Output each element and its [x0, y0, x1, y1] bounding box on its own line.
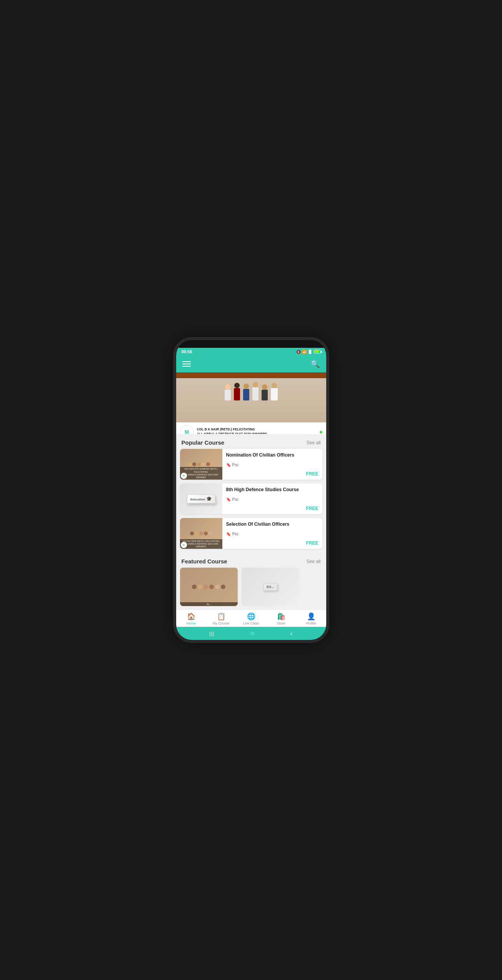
mute-icon: 🔇 — [296, 350, 301, 354]
profile-icon: 👤 — [307, 612, 315, 621]
person-4 — [252, 382, 259, 400]
nav-liveclass-label: Live Class — [243, 621, 259, 625]
wifi-icon: 📶 — [302, 350, 307, 354]
course-info-1: Nomination Of Civilian Officers 🔖 Psc FR… — [222, 449, 322, 480]
nav-mycourse-label: My Course — [213, 621, 230, 625]
edu-person-icon: 🎓 — [206, 496, 212, 502]
banner-ceiling — [176, 372, 326, 378]
tag-label-1: Psc — [232, 463, 239, 467]
menu-button[interactable] — [182, 361, 191, 367]
battery-icon — [314, 350, 321, 354]
course-thumb-1: MAJ GEN KTG NAMBIAR (RETD.) FELICITATING… — [180, 449, 222, 480]
phone-shell: 00:56 🔇 📶 ▐▌ 🔍 — [176, 340, 326, 640]
nav-mycourse[interactable]: 📋 My Course — [206, 612, 236, 625]
android-recents[interactable]: ||| — [209, 631, 214, 636]
nav-profile[interactable]: 👤 Profile — [296, 612, 326, 625]
home-icon: 🏠 — [187, 612, 195, 621]
thumb-image-2: Education 🎓 — [180, 483, 222, 514]
featured-section-header: Featured Course See all — [176, 553, 326, 568]
caption-line-1: COL B K NAIR (RETD.) FELICITATING — [197, 427, 317, 432]
banner-caption: M COL B K NAIR (RETD.) FELICITATING ALL … — [176, 422, 326, 434]
course-tag-2: 🔖 Psc — [226, 497, 319, 502]
status-right: 🔇 📶 ▐▌ — [296, 350, 321, 354]
tag-label-2: Psc — [232, 497, 239, 502]
popular-section-title: Popular Course — [182, 439, 225, 446]
featured-see-all[interactable]: See all — [307, 559, 321, 564]
nav-home[interactable]: 🏠 Home — [176, 612, 206, 625]
popular-see-all[interactable]: See all — [307, 440, 321, 445]
person-1 — [225, 384, 231, 400]
person-5 — [262, 384, 268, 400]
course-title-1: Nomination Of Civilian Officers — [226, 452, 319, 458]
bottom-navigation: 🏠 Home 📋 My Course 🌐 Live Class 🛍️ Store… — [176, 610, 326, 627]
course-tag-1: 🔖 Psc — [226, 463, 319, 467]
mastermind-logo: M — [180, 425, 194, 434]
android-home[interactable]: ○ — [250, 630, 254, 637]
notch — [232, 342, 270, 346]
course-card-3[interactable]: COL B K NAIR (RETD.) FELICITATINGALL KER… — [180, 518, 322, 549]
mycourse-icon: 📋 — [217, 612, 225, 621]
thumb-logo-1: M — [181, 473, 187, 479]
tag-label-3: Psc — [232, 532, 239, 536]
status-time: 00:56 — [182, 349, 192, 354]
notch-area — [176, 340, 326, 348]
people-row — [176, 378, 326, 400]
logo-letter: M — [185, 429, 189, 434]
nav-store[interactable]: 🛍️ Store — [266, 612, 296, 625]
course-price-3: FREE — [226, 540, 319, 546]
menu-line-1 — [182, 361, 191, 362]
featured-card-2[interactable]: Ed... — [242, 568, 299, 606]
nav-liveclass[interactable]: 🌐 Live Class — [236, 612, 266, 625]
status-bar: 00:56 🔇 📶 ▐▌ — [176, 348, 326, 355]
banner-caption-text: COL B K NAIR (RETD.) FELICITATING ALL KE… — [197, 427, 317, 434]
featured-section-title: Featured Course — [182, 558, 227, 565]
course-tag-3: 🔖 Psc — [226, 532, 319, 536]
tag-flag-1: 🔖 — [226, 463, 231, 467]
store-icon: 🛍️ — [277, 612, 285, 621]
thumb-image-3: COL B K NAIR (RETD.) FELICITATINGALL KER… — [180, 518, 222, 549]
signal-bars: ▐▌ — [308, 350, 313, 354]
thumb-image-1: MAJ GEN KTG NAMBIAR (RETD.) FELICITATING… — [180, 449, 222, 480]
course-title-3: Selection Of Civilian Officers — [226, 521, 319, 528]
person-2 — [234, 383, 240, 400]
hero-banner: M COL B K NAIR (RETD.) FELICITATING ALL … — [176, 372, 326, 434]
caption-line-2: ALL KERALA DEFENCE QUIZ 2020 WINNERS — [197, 432, 317, 434]
menu-line-2 — [182, 364, 191, 364]
featured-scroll[interactable]: Ma... Ed... — [176, 568, 326, 610]
course-thumb-2: Education 🎓 — [180, 483, 222, 514]
course-price-2: FREE — [226, 506, 319, 511]
featured-course-section: Featured Course See all — [176, 553, 326, 610]
app-header: 🔍 — [176, 355, 326, 372]
course-card-2[interactable]: Education 🎓 8th High Defence Studies Cou… — [180, 483, 322, 514]
menu-line-3 — [182, 366, 191, 367]
course-info-2: 8th High Defence Studies Course 🔖 Psc FR… — [222, 483, 322, 514]
live-dot — [320, 431, 322, 434]
screen-content: M COL B K NAIR (RETD.) FELICITATING ALL … — [176, 372, 326, 610]
featured-card-1[interactable]: Ma... — [180, 568, 238, 606]
nav-store-label: Store — [277, 621, 285, 625]
person-6 — [271, 383, 278, 400]
tag-flag-2: 🔖 — [226, 497, 231, 502]
search-button[interactable]: 🔍 — [310, 359, 320, 369]
tag-flag-3: 🔖 — [226, 532, 231, 536]
nav-home-label: Home — [186, 621, 195, 625]
banner-scene — [176, 372, 326, 422]
android-navbar: ||| ○ ‹ — [176, 627, 326, 640]
popular-section-header: Popular Course See all — [176, 434, 326, 449]
course-card-1[interactable]: MAJ GEN KTG NAMBIAR (RETD.) FELICITATING… — [180, 449, 322, 480]
course-thumb-3: COL B K NAIR (RETD.) FELICITATINGALL KER… — [180, 518, 222, 549]
android-back[interactable]: ‹ — [290, 630, 293, 638]
course-info-3: Selection Of Civilian Officers 🔖 Psc FRE… — [222, 518, 322, 549]
nav-profile-label: Profile — [306, 621, 316, 625]
course-title-2: 8th High Defence Studies Course — [226, 487, 319, 493]
person-3 — [243, 384, 249, 400]
education-key: Education 🎓 — [186, 494, 215, 503]
course-price-1: FREE — [226, 471, 319, 477]
popular-course-section: Popular Course See all — [176, 434, 326, 553]
liveclass-icon: 🌐 — [247, 612, 255, 621]
thumb-logo-3: M — [181, 542, 187, 548]
banner-image — [176, 372, 326, 422]
